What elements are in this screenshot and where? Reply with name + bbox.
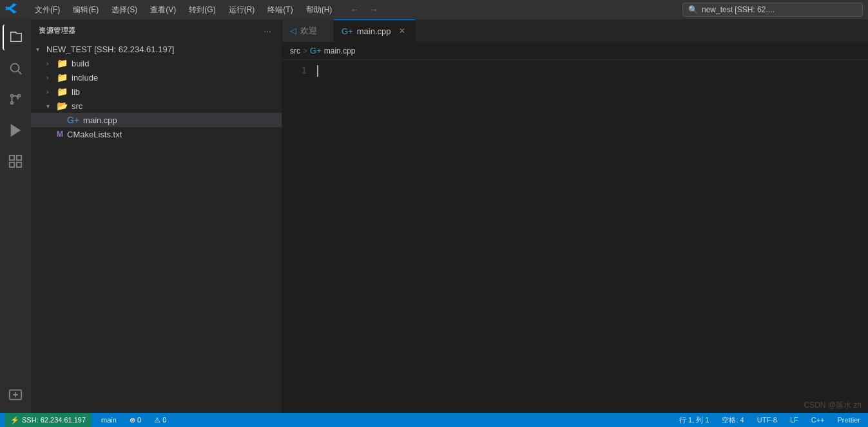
svg-rect-7 [17,155,21,160]
folder-lib-label: lib [72,87,80,97]
status-bar: ⚡ SSH: 62.234.61.197 main ⊗ 0 ⚠ 0 行 1, 列… [0,413,868,427]
chevron-right-icon: › [46,88,54,95]
status-branch[interactable]: main [99,416,119,424]
tab-welcome[interactable]: ◁ 欢迎 [282,19,334,42]
vscode-logo [5,3,17,17]
status-errors[interactable]: ⊗ 0 [127,416,144,424]
status-right: 行 1, 列 1 空格: 4 UTF-8 LF C++ Prettier [677,415,863,425]
svg-rect-8 [10,163,14,167]
sidebar-header: 资源管理器 ··· [31,19,282,42]
remote-icon[interactable] [3,382,28,408]
svg-point-4 [11,95,14,97]
tree-item-lib[interactable]: › 📁 lib [31,84,282,99]
nav-forward-button[interactable]: → [367,3,381,16]
breadcrumb-file-label: main.cpp [324,46,356,55]
text-cursor [317,65,318,77]
code-editor[interactable] [314,60,868,413]
folder-icon: 📁 [57,86,68,97]
svg-line-1 [18,71,21,74]
menu-file[interactable]: 文件(F) [30,3,65,17]
more-actions-button[interactable]: ··· [261,25,274,37]
line-number-1: 1 [282,65,307,75]
activity-bar [0,19,31,413]
search-icon: 🔍 [688,5,698,14]
tree-root[interactable]: ▾ NEW_TEST [SSH: 62.234.61.197] [31,42,282,56]
watermark: CSDN @落水 zh [804,400,862,411]
chevron-right-icon: › [46,74,54,81]
tree-item-include[interactable]: › 📁 include [31,70,282,84]
file-main-cpp-label: main.cpp [83,115,117,125]
menu-edit[interactable]: 编辑(E) [68,3,104,17]
svg-point-3 [18,95,21,97]
status-encoding[interactable]: UTF-8 [755,416,780,424]
run-debug-icon[interactable] [3,117,28,143]
search-activity-icon[interactable] [3,55,28,81]
chevron-down-icon: ▾ [36,46,44,53]
svg-point-2 [11,102,14,104]
tab-welcome-label: 欢迎 [300,25,317,37]
explorer-icon[interactable] [3,25,28,50]
sidebar: 资源管理器 ··· ▾ NEW_TEST [SSH: 62.234.61.197… [31,19,282,413]
cpp-file-icon: G+ [67,115,79,125]
folder-build-label: build [72,59,89,68]
menu-terminal[interactable]: 终端(T) [262,3,298,17]
editor-content[interactable]: 1 [282,60,868,413]
breadcrumb: src > G+ main.cpp [282,42,868,60]
root-label: NEW_TEST [SSH: 62.234.61.197] [46,45,174,54]
cpp-breadcrumb-icon: G+ [310,46,322,55]
file-tree: ▾ NEW_TEST [SSH: 62.234.61.197] › 📁 buil… [31,42,282,413]
svg-rect-9 [17,163,21,167]
status-spaces[interactable]: 空格: 4 [719,415,746,425]
cursor-line [317,65,868,77]
main-layout: 资源管理器 ··· ▾ NEW_TEST [SSH: 62.234.61.197… [0,19,868,413]
tree-item-cmakelists[interactable]: M CMakeLists.txt [31,127,282,141]
source-control-icon[interactable] [3,86,28,112]
sidebar-title: 资源管理器 [39,26,76,35]
tree-item-build[interactable]: › 📁 build [31,56,282,70]
tree-item-src[interactable]: ▾ 📂 src [31,99,282,113]
file-cmakelists-label: CMakeLists.txt [67,130,122,139]
title-search[interactable]: 🔍 new_test [SSH: 62.... [682,3,863,17]
tab-bar: ◁ 欢迎 G+ main.cpp ✕ [282,19,868,42]
search-text: new_test [SSH: 62.... [702,5,775,14]
welcome-tab-icon: ◁ [290,26,296,35]
menu-run[interactable]: 运行(R) [224,3,260,17]
svg-rect-6 [10,155,14,160]
folder-include-label: include [72,73,98,83]
sidebar-actions: ··· [261,25,274,37]
folder-icon: 📁 [57,58,68,68]
editor-area: ◁ 欢迎 G+ main.cpp ✕ src > G+ main.cpp 1 [282,19,868,413]
tree-item-main-cpp[interactable]: G+ main.cpp [31,113,282,127]
cmake-file-icon: M [57,130,63,139]
nav-back-button[interactable]: ← [347,3,362,16]
status-position[interactable]: 行 1, 列 1 [677,415,711,425]
breadcrumb-file[interactable]: G+ main.cpp [310,46,355,55]
menu-select[interactable]: 选择(S) [106,3,142,17]
svg-point-0 [11,64,19,72]
extensions-icon[interactable] [3,148,28,174]
status-line-ending[interactable]: LF [787,416,801,424]
cpp-tab-icon: G+ [342,26,353,36]
svg-marker-5 [12,125,20,136]
menu-view[interactable]: 查看(V) [145,3,181,17]
status-language[interactable]: C++ [809,416,827,424]
menu-goto[interactable]: 转到(G) [184,3,220,17]
status-warnings[interactable]: ⚠ 0 [151,416,169,424]
chevron-right-icon: › [46,60,54,67]
line-numbers: 1 [282,60,314,413]
menu-help[interactable]: 帮助(H) [301,3,338,17]
menu-bar: 文件(F) 编辑(E) 选择(S) 查看(V) 转到(G) 运行(R) 终端(T… [30,3,337,17]
status-formatter[interactable]: Prettier [835,416,863,424]
folder-icon: 📁 [57,72,68,83]
tab-main-cpp[interactable]: G+ main.cpp ✕ [334,19,416,42]
remote-text: SSH: 62.234.61.197 [22,416,86,424]
status-remote[interactable]: ⚡ SSH: 62.234.61.197 [5,413,91,427]
folder-src-label: src [72,101,82,111]
breadcrumb-src[interactable]: src [290,46,300,55]
breadcrumb-src-label: src [290,46,300,55]
tab-close-button[interactable]: ✕ [397,26,407,36]
nav-buttons: ← → [347,3,381,16]
tab-main-cpp-label: main.cpp [357,26,391,36]
remote-icon: ⚡ [10,416,19,424]
chevron-down-icon: ▾ [46,103,54,110]
